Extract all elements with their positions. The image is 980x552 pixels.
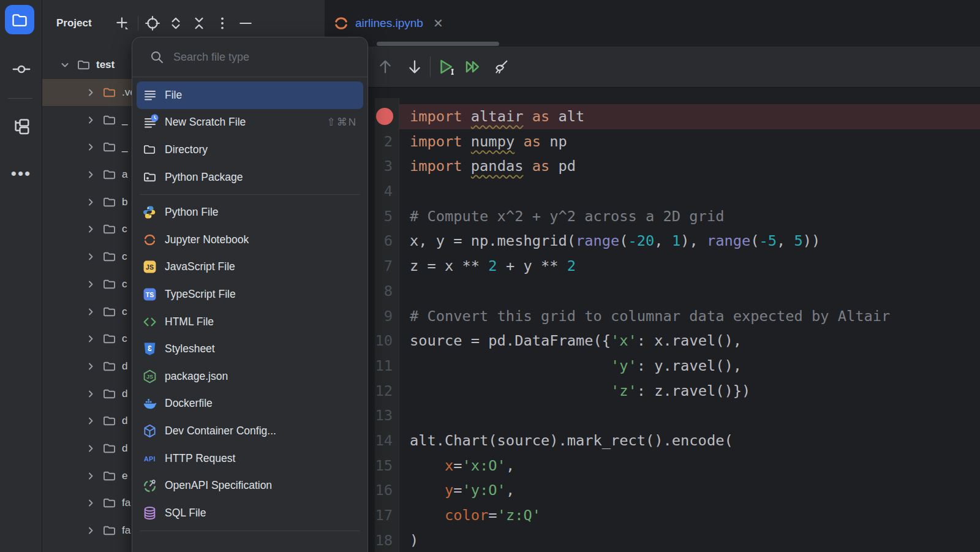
editor: airlines.ipynb ✕ import altair as alt 2 bbox=[325, 0, 980, 552]
code-line[interactable]: 13 bbox=[325, 403, 980, 428]
code-line[interactable]: 8 bbox=[325, 279, 980, 304]
run-all-cells-icon[interactable] bbox=[462, 56, 483, 77]
chevron-icon[interactable] bbox=[85, 471, 96, 482]
popup-search-row bbox=[132, 37, 368, 77]
chevron-icon[interactable] bbox=[85, 388, 96, 399]
chevron-icon[interactable] bbox=[85, 115, 96, 126]
tab-close-icon[interactable]: ✕ bbox=[433, 17, 443, 29]
folder-icon bbox=[102, 85, 117, 100]
menu-item-jupyter-notebook[interactable]: Jupyter Notebook bbox=[137, 226, 363, 254]
code-line[interactable]: 17 color='z:Q' bbox=[325, 503, 980, 528]
code-line-text: color='z:Q' bbox=[410, 503, 541, 528]
chevron-icon[interactable] bbox=[85, 197, 96, 208]
search-input[interactable] bbox=[172, 50, 346, 64]
code-area[interactable]: import altair as alt 2 import numpy as n… bbox=[325, 88, 980, 552]
code-line[interactable]: 18 ) bbox=[325, 528, 980, 552]
hide-panel-icon[interactable] bbox=[236, 14, 255, 32]
chevron-icon[interactable] bbox=[85, 333, 96, 344]
expand-all-icon[interactable] bbox=[167, 14, 185, 32]
menu-item-dev-container-config[interactable]: Dev Container Config... bbox=[137, 417, 363, 445]
tree-row-label: d bbox=[122, 442, 127, 455]
folder-icon bbox=[102, 167, 117, 183]
chevron-icon[interactable] bbox=[85, 306, 96, 317]
menu-item-label: OpenAPI Specification bbox=[165, 479, 272, 492]
code-line[interactable]: 3 import pandas as pd bbox=[325, 154, 980, 179]
chevron-icon[interactable] bbox=[85, 497, 96, 509]
code-line[interactable]: 5 # Compute x^2 + y^2 across a 2D grid bbox=[325, 204, 980, 229]
code-editor[interactable]: import altair as alt 2 import numpy as n… bbox=[325, 104, 980, 552]
menu-item-directory[interactable]: Directory bbox=[137, 136, 363, 164]
tree-row-label: _ bbox=[122, 114, 127, 126]
chevron-icon[interactable] bbox=[59, 59, 70, 70]
menu-item-sql-file[interactable]: SQL File bbox=[137, 499, 363, 527]
code-line[interactable]: 16 y='y:O', bbox=[325, 478, 980, 503]
chevron-icon[interactable] bbox=[85, 87, 96, 98]
chevron-icon[interactable] bbox=[85, 361, 96, 372]
menu-item-html-file[interactable]: HTML File bbox=[137, 308, 363, 336]
locate-icon[interactable] bbox=[143, 14, 162, 32]
code-line[interactable]: 6 x, y = np.meshgrid(range(-20, 1), rang… bbox=[325, 229, 980, 254]
code-line[interactable]: 4 bbox=[325, 179, 980, 204]
menu-item-typescript-file[interactable]: TS TypeScript File bbox=[137, 281, 363, 308]
chevron-icon[interactable] bbox=[85, 142, 96, 153]
directory-icon bbox=[143, 143, 157, 157]
more-tools-icon[interactable]: ••• bbox=[0, 164, 42, 183]
code-line[interactable]: 2 import numpy as np bbox=[325, 129, 980, 154]
code-line[interactable]: 11 'y': y.ravel(), bbox=[325, 354, 980, 379]
tab-strip-scrollbar[interactable] bbox=[377, 42, 499, 46]
menu-item-http-request[interactable]: API HTTP Request bbox=[137, 445, 363, 472]
folder-icon bbox=[102, 140, 117, 155]
code-line[interactable]: 10 source = pd.DataFrame({'x': x.ravel()… bbox=[325, 328, 980, 354]
editor-tab-bar: airlines.ipynb ✕ bbox=[325, 0, 980, 47]
run-cell-icon[interactable] bbox=[435, 56, 456, 77]
menu-item-dockerfile[interactable]: Dockerfile bbox=[137, 390, 363, 418]
code-line[interactable]: import altair as alt bbox=[325, 104, 980, 129]
chevron-icon[interactable] bbox=[85, 525, 96, 536]
clear-outputs-icon[interactable] bbox=[491, 56, 511, 77]
menu-item-label: JavaScript File bbox=[165, 260, 235, 273]
chevron-icon[interactable] bbox=[85, 443, 96, 454]
commit-icon[interactable] bbox=[0, 60, 42, 78]
structure-icon[interactable] bbox=[0, 117, 42, 135]
tree-row-label: b bbox=[122, 196, 127, 208]
folder-icon bbox=[102, 496, 117, 511]
chevron-icon[interactable] bbox=[85, 169, 96, 180]
breakpoint-icon[interactable] bbox=[376, 108, 393, 125]
move-cell-up-icon[interactable] bbox=[375, 56, 396, 77]
code-line[interactable]: 15 x='x:O', bbox=[325, 453, 980, 478]
code-line[interactable]: 12 'z': z.ravel()}) bbox=[325, 379, 980, 404]
move-cell-down-icon[interactable] bbox=[404, 56, 425, 77]
menu-item-label: Stylesheet bbox=[165, 342, 215, 355]
chevron-icon[interactable] bbox=[85, 251, 96, 262]
tree-row-label: test bbox=[96, 59, 115, 71]
code-line[interactable]: 9 # Convert this grid to columnar data e… bbox=[325, 304, 980, 329]
tree-row-label: c bbox=[122, 278, 127, 290]
menu-item-stylesheet[interactable]: 3 Stylesheet bbox=[137, 335, 363, 363]
chevron-icon[interactable] bbox=[85, 415, 96, 426]
code-line[interactable]: 7 z = x ** 2 + y ** 2 bbox=[325, 254, 980, 279]
menu-item-javascript-file[interactable]: JS JavaScript File bbox=[137, 254, 363, 281]
project-tool-button[interactable] bbox=[5, 5, 34, 34]
code-line[interactable]: 14 alt.Chart(source).mark_rect().encode( bbox=[325, 428, 980, 453]
folder-icon bbox=[102, 276, 117, 292]
folder-icon bbox=[102, 304, 117, 319]
dev-container-icon bbox=[143, 424, 157, 438]
menu-item-label: SQL File bbox=[165, 507, 206, 520]
docker-icon bbox=[143, 396, 157, 410]
menu-item-openapi-specification[interactable]: OpenAPI Specification bbox=[137, 472, 363, 499]
menu-item-package-json[interactable]: JS package.json bbox=[137, 363, 363, 390]
menu-item-python-package[interactable]: Python Package bbox=[137, 164, 363, 191]
menu-item-new-scratch-file[interactable]: New Scratch File ⇧⌘N bbox=[137, 109, 363, 137]
chevron-icon[interactable] bbox=[85, 279, 96, 290]
chevron-icon[interactable] bbox=[85, 224, 96, 235]
options-kebab-icon[interactable] bbox=[213, 14, 232, 32]
add-icon[interactable] bbox=[113, 14, 132, 32]
toolbar-divider bbox=[430, 56, 431, 77]
python-package-icon bbox=[143, 170, 157, 184]
jupyter-icon bbox=[333, 15, 349, 31]
menu-item-label: Dev Container Config... bbox=[165, 425, 276, 437]
menu-item-file[interactable]: File bbox=[137, 81, 363, 109]
jupyter-icon bbox=[143, 233, 157, 247]
menu-item-python-file[interactable]: Python File bbox=[137, 198, 363, 226]
collapse-all-icon[interactable] bbox=[190, 14, 208, 32]
